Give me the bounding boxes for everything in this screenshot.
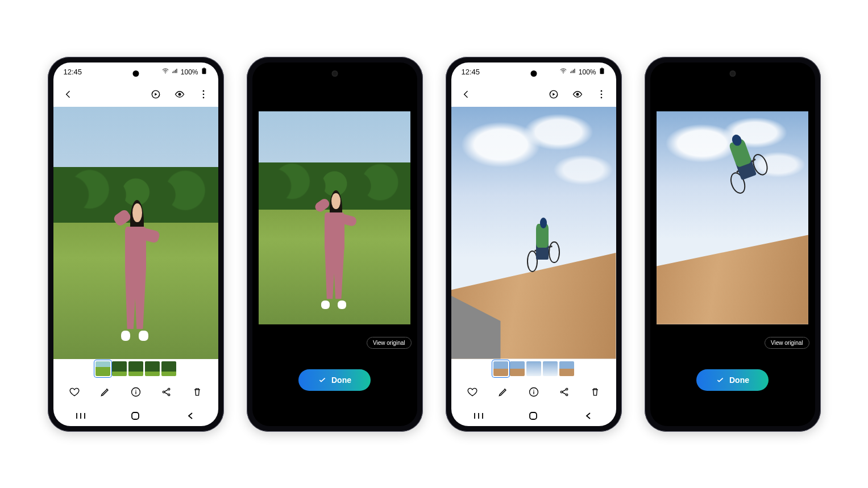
done-label: Done — [729, 376, 749, 385]
svg-point-20 — [600, 93, 602, 95]
svg-point-25 — [566, 394, 567, 395]
done-row: Done — [252, 354, 417, 406]
recents-button[interactable] — [467, 409, 490, 423]
home-button[interactable] — [522, 409, 545, 423]
delete-button[interactable] — [190, 385, 204, 399]
thumbnail[interactable] — [145, 361, 160, 376]
favorite-button[interactable] — [68, 385, 81, 399]
done-row: Done — [650, 354, 815, 406]
svg-point-10 — [168, 388, 169, 390]
remaster-button[interactable] — [149, 87, 163, 101]
home-button[interactable] — [124, 409, 147, 423]
info-button[interactable] — [527, 385, 541, 399]
phone-mockup-4: View original Done — [645, 57, 821, 432]
view-original-button[interactable]: View original — [367, 337, 412, 349]
recents-button[interactable] — [69, 409, 92, 423]
nav-back-button[interactable] — [577, 409, 600, 423]
photo-viewer[interactable] — [53, 107, 218, 359]
svg-rect-2 — [203, 68, 204, 68]
thumbnail-strip[interactable] — [53, 359, 218, 378]
svg-point-19 — [600, 90, 602, 91]
camera-hole — [729, 70, 736, 77]
recents-button[interactable] — [666, 409, 689, 423]
signal-icon — [569, 67, 577, 77]
done-button[interactable]: Done — [696, 369, 769, 391]
bottom-action-bar — [53, 378, 218, 406]
view-button[interactable] — [173, 87, 186, 101]
svg-point-0 — [165, 73, 165, 73]
svg-point-11 — [168, 394, 169, 395]
edit-button[interactable] — [98, 385, 112, 399]
svg-point-9 — [163, 391, 164, 393]
nav-bar — [451, 406, 616, 426]
thumbnail[interactable] — [95, 361, 110, 376]
view-button[interactable] — [571, 87, 584, 101]
more-button[interactable] — [595, 87, 608, 101]
svg-rect-15 — [600, 68, 604, 74]
svg-rect-1 — [202, 68, 206, 74]
svg-point-5 — [202, 90, 204, 91]
thumbnail[interactable] — [526, 361, 541, 376]
nav-back-button[interactable] — [179, 409, 202, 423]
photo-viewer[interactable] — [451, 107, 616, 359]
more-button[interactable] — [197, 87, 210, 101]
back-button[interactable] — [459, 87, 473, 101]
svg-rect-12 — [132, 412, 139, 419]
svg-point-6 — [202, 93, 204, 95]
nav-back-button[interactable] — [776, 409, 799, 423]
phone-mockup-3: 12:45 100% — [446, 57, 622, 432]
back-button[interactable] — [61, 87, 75, 101]
camera-hole — [530, 70, 537, 77]
thumbnail[interactable] — [128, 361, 143, 376]
svg-rect-16 — [601, 68, 602, 68]
edit-button[interactable] — [496, 385, 510, 399]
home-button[interactable] — [323, 409, 346, 423]
screen: View original Done — [650, 62, 815, 426]
thumbnail[interactable] — [161, 361, 176, 376]
photo-viewer[interactable]: View original — [252, 82, 417, 354]
svg-point-24 — [566, 388, 567, 390]
thumbnail[interactable] — [543, 361, 558, 376]
camera-hole — [132, 70, 139, 77]
check-icon — [318, 376, 327, 385]
done-label: Done — [331, 376, 351, 385]
battery-text: 100% — [579, 68, 596, 76]
status-right: 100% — [161, 67, 208, 77]
signal-icon — [171, 67, 179, 77]
thumbnail-strip[interactable] — [451, 359, 616, 378]
wifi-icon — [161, 67, 169, 77]
screen: 12:45 100% — [53, 62, 218, 426]
svg-rect-26 — [530, 412, 537, 419]
thumbnail[interactable] — [112, 361, 127, 376]
delete-button[interactable] — [588, 385, 602, 399]
thumbnail[interactable] — [559, 361, 574, 376]
info-button[interactable] — [129, 385, 143, 399]
share-button[interactable] — [558, 385, 571, 399]
photo-bmx-air — [657, 111, 808, 324]
nav-bar — [252, 406, 417, 426]
svg-point-23 — [560, 391, 562, 393]
remaster-button[interactable] — [547, 87, 560, 101]
nav-bar — [650, 406, 815, 426]
screen: 12:45 100% — [451, 62, 616, 426]
photo-bmx-ramp — [451, 107, 616, 359]
battery-text: 100% — [181, 68, 198, 76]
phone-mockup-1: 12:45 100% — [48, 57, 224, 432]
home-button[interactable] — [721, 409, 744, 423]
recents-button[interactable] — [268, 409, 291, 423]
share-button[interactable] — [160, 385, 173, 399]
status-time: 12:45 — [64, 68, 82, 76]
svg-point-18 — [576, 93, 579, 95]
favorite-button[interactable] — [466, 385, 479, 399]
view-original-button[interactable]: View original — [765, 337, 809, 349]
top-app-bar — [53, 82, 218, 107]
done-button[interactable]: Done — [298, 369, 371, 391]
nav-bar — [53, 406, 218, 426]
thumbnail[interactable] — [493, 361, 508, 376]
thumbnail[interactable] — [510, 361, 525, 376]
svg-point-4 — [178, 93, 181, 95]
nav-back-button[interactable] — [378, 409, 401, 423]
photo-viewer[interactable]: View original — [650, 82, 815, 354]
bottom-action-bar — [451, 378, 616, 406]
svg-point-21 — [600, 97, 602, 98]
